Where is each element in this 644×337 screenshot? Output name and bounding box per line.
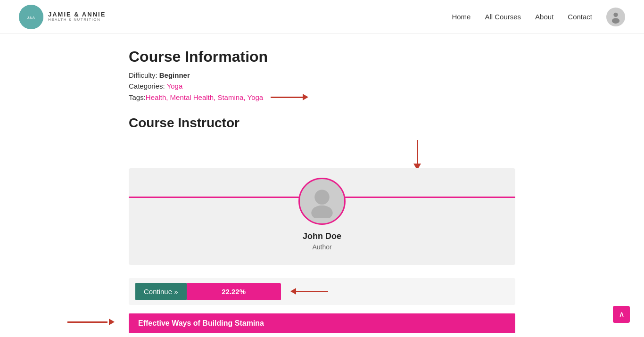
scroll-top-icon: ∧ — [619, 309, 625, 320]
tags-value[interactable]: Health, Mental Health, Stamina, Yoga — [146, 93, 263, 101]
user-avatar[interactable] — [606, 8, 625, 26]
nav-all-courses[interactable]: All Courses — [485, 13, 521, 21]
section-1-wrapper: Effective Ways of Building Stamina Intro… — [129, 313, 515, 337]
categories-row: Categories: Yoga — [129, 82, 515, 90]
tags-label: Tags: — [129, 93, 146, 101]
instructor-role: Author — [312, 243, 331, 251]
progress-area: Continue » 22.22% — [129, 278, 515, 305]
svg-point-4 — [314, 190, 330, 205]
logo-brand-name: Jamie & Annie — [48, 11, 106, 18]
logo-icon: J&A — [19, 5, 43, 29]
progress-bar: 22.22% — [187, 283, 281, 300]
logo-brand-sub: Health & Nutrition — [48, 18, 106, 22]
instructor-avatar-wrap — [298, 178, 346, 225]
instructor-down-arrow — [413, 140, 421, 170]
nav-about[interactable]: About — [535, 13, 553, 21]
logo-area: J&A Jamie & Annie Health & Nutrition — [19, 5, 106, 29]
tags-arrow — [271, 93, 308, 101]
main-nav: Home All Courses About Contact — [452, 8, 625, 26]
main-content: Course Information Difficulty: Beginner … — [119, 34, 525, 337]
arrow-shaft — [417, 140, 418, 164]
svg-point-5 — [311, 205, 333, 218]
continue-button[interactable]: Continue » — [135, 283, 187, 300]
instructor-card: John Doe Author — [129, 168, 515, 265]
difficulty-value: Beginner — [159, 71, 190, 79]
tags-row: Tags: Health, Mental Health, Stamina, Yo… — [129, 93, 515, 101]
nav-contact[interactable]: Contact — [568, 13, 592, 21]
course-info-title: Course Information — [129, 48, 515, 66]
svg-point-2 — [613, 12, 618, 16]
progress-arrow — [290, 288, 328, 296]
section-1-lessons: Introduction 1 of 3 About Building Stami… — [129, 333, 515, 337]
instructor-section-title: Course Instructor — [129, 115, 515, 131]
difficulty-row: Difficulty: Beginner — [129, 71, 515, 79]
lesson-row[interactable]: Introduction 1 of 3 — [129, 333, 515, 337]
logo-text: Jamie & Annie Health & Nutrition — [48, 11, 106, 22]
category-yoga[interactable]: Yoga — [167, 82, 183, 90]
section-1-title: Effective Ways of Building Stamina — [138, 319, 264, 328]
section-1-header: Effective Ways of Building Stamina — [129, 313, 515, 333]
header: J&A Jamie & Annie Health & Nutrition Hom… — [0, 0, 644, 34]
difficulty-label: Difficulty: — [129, 71, 157, 79]
nav-home[interactable]: Home — [452, 13, 471, 21]
instructor-avatar — [298, 178, 346, 225]
svg-text:J&A: J&A — [27, 16, 35, 20]
progress-left-arrow — [290, 288, 328, 296]
instructor-name: John Doe — [303, 231, 341, 241]
scroll-to-top-button[interactable]: ∧ — [613, 306, 630, 323]
section1-arrow — [67, 318, 115, 327]
svg-point-3 — [612, 18, 619, 24]
categories-label: Categories: — [129, 82, 165, 90]
